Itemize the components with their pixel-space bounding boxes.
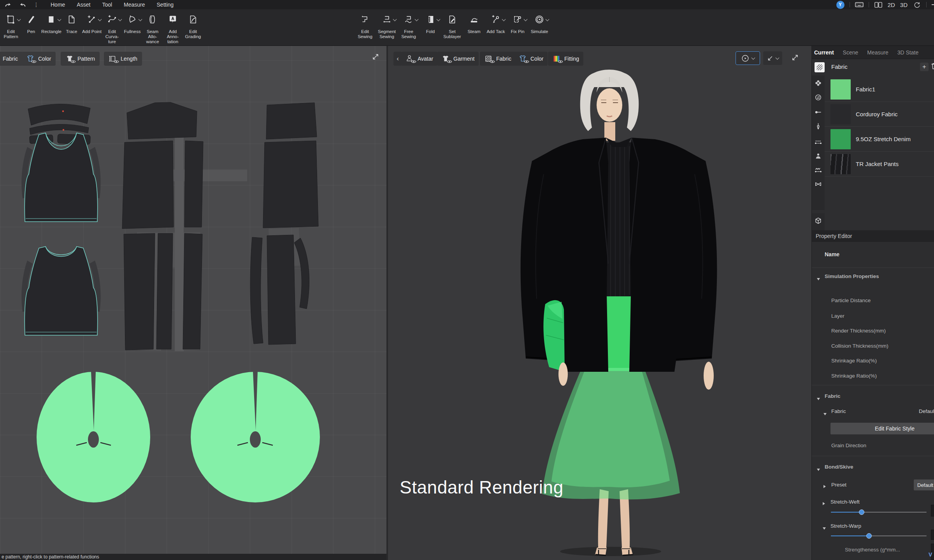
collapse-stretch-warp-icon[interactable] (823, 525, 826, 531)
fabric-row-1[interactable]: Fabric1 (825, 77, 934, 102)
tab-scene[interactable]: Scene (843, 49, 859, 56)
stretch-warp-slider[interactable] (831, 533, 927, 539)
undo-icon[interactable] (3, 1, 12, 8)
stretch-weft-label: Stretch-Weft (830, 499, 860, 505)
pattern-pieces-canvas[interactable] (0, 46, 386, 560)
edit-fabric-style-button[interactable]: Edit Fabric Style (830, 423, 934, 434)
pattern-2d-viewport[interactable]: Fabric Color Pattern Length (0, 46, 386, 560)
split-view-icon[interactable] (874, 1, 883, 8)
fabric-category-icon[interactable] (815, 62, 825, 72)
fabric-asset-icon[interactable] (815, 79, 822, 87)
add-fabric-button[interactable]: + (920, 63, 929, 71)
tape-asset-icon[interactable] (815, 180, 822, 188)
minimize-icon[interactable] (932, 4, 934, 5)
expand-stretch-weft-icon[interactable] (823, 500, 825, 506)
more-menu-icon[interactable]: ⋮ (32, 1, 40, 8)
fabric-row-4[interactable]: TR Jacket Pants (825, 152, 934, 177)
add-tack-button[interactable]: Add Tack (485, 9, 507, 46)
segment-sewing-button[interactable]: Segment Sewing (376, 9, 398, 46)
fold-button[interactable]: Fold (420, 9, 441, 46)
collapse-fabric-icon[interactable] (817, 395, 820, 401)
fabric-row-3[interactable]: 9.5OZ Stretch Denim (825, 127, 934, 152)
pattern-piece-circle-skirt-2[interactable] (191, 372, 320, 502)
stretch-weft-value-field[interactable] (931, 505, 934, 516)
preset-value-button[interactable]: Default (914, 480, 934, 490)
avatar-clutch[interactable] (543, 300, 565, 372)
fix-pin-button[interactable]: Fix Pin (507, 9, 528, 46)
user-avatar[interactable]: Y (836, 1, 844, 9)
tab-measure[interactable]: Measure (867, 49, 888, 56)
tab-3d-color[interactable]: Color (514, 52, 548, 66)
keyboard-shortcuts-icon[interactable] (855, 1, 864, 8)
steam-button[interactable]: Steam (463, 9, 485, 46)
tab-2d-pattern[interactable]: Pattern (61, 52, 100, 66)
menu-measure[interactable]: Measure (124, 2, 145, 8)
tab-3d-avatar[interactable]: Avatar (401, 52, 437, 66)
zipper-asset-icon[interactable] (815, 122, 822, 130)
add-point-button[interactable]: Add Point (82, 9, 102, 46)
menu-tool[interactable]: Tool (102, 2, 112, 8)
trace-button[interactable]: Trace (61, 9, 82, 46)
fullness-button[interactable]: Fullness (122, 9, 142, 46)
fabric-row-2[interactable]: Corduroy Fabric (825, 102, 934, 127)
seam-allowance-button[interactable]: Seam Allo- wance (142, 9, 163, 46)
delete-fabric-icon[interactable] (931, 63, 934, 71)
free-sewing-button[interactable]: Free Sewing (398, 9, 420, 46)
topstitch-asset-icon[interactable] (815, 166, 822, 174)
edit-grading-button[interactable]: Edit Grading (183, 9, 203, 46)
tool-label: Trace (61, 29, 82, 34)
tab-2d-length[interactable]: Length (104, 52, 142, 66)
tab-3d-fabric[interactable]: Fabric (480, 52, 516, 66)
viewport-3d[interactable]: ‹ Avatar Garment Fabric Color (388, 46, 811, 560)
pattern-piece-tank-front[interactable] (21, 133, 100, 222)
expand-preset-icon[interactable] (823, 483, 826, 489)
pen-button[interactable]: Pen (21, 9, 41, 46)
button-asset-icon[interactable] (815, 94, 822, 101)
pattern-piece-tank-back[interactable] (21, 247, 100, 335)
sync-icon[interactable] (913, 1, 921, 8)
segment-sewing-icon (381, 14, 393, 25)
simulate-button[interactable]: Simulate (528, 9, 550, 46)
collapse-fabric-sub-icon[interactable] (823, 410, 827, 416)
slider-thumb[interactable] (866, 533, 872, 539)
pin-asset-icon[interactable] (815, 108, 822, 116)
tab-3d-state[interactable]: 3D State (897, 49, 918, 56)
edit-sewing-button[interactable]: Edit Sewing (354, 9, 376, 46)
divider (850, 2, 850, 7)
tab-3d-fitting[interactable]: Fitting (548, 52, 583, 66)
tab-current[interactable]: Current (814, 49, 834, 56)
collapse-panel-button[interactable]: ‹ (393, 52, 402, 66)
set-sublayer-button[interactable]: Set Sublayer (441, 9, 463, 46)
animation-mode-button[interactable] (736, 51, 760, 65)
edit-pattern-button[interactable]: Edit Pattern (1, 9, 21, 46)
view-2d-button[interactable]: 2D (888, 2, 895, 8)
slider-thumb[interactable] (859, 509, 864, 515)
expand-3d-icon[interactable] (791, 54, 799, 61)
menu-setting[interactable]: Setting (157, 2, 174, 8)
avatar-hand-right (704, 362, 714, 390)
stretch-weft-slider[interactable] (831, 509, 927, 515)
stretch-warp-value-field[interactable] (931, 530, 934, 540)
tab-2d-color[interactable]: Color (21, 52, 56, 66)
prop-render-thickness: Render Thickness(mm) (831, 328, 886, 334)
pattern-piece-circle-skirt-1[interactable] (37, 372, 150, 502)
rectangle-button[interactable]: Rectangle (41, 9, 61, 46)
menu-home[interactable]: Home (51, 2, 65, 8)
tab-2d-fabric[interactable]: Fabric (0, 52, 23, 66)
view-3d-button[interactable]: 3D (900, 2, 908, 8)
pointer-mode-button[interactable] (763, 51, 782, 65)
tab-3d-garment[interactable]: Garment (437, 52, 479, 66)
add-annotation-button[interactable]: Add Anno- tation (163, 9, 183, 46)
divider (812, 268, 934, 268)
chevron-down-icon (502, 18, 506, 21)
toolbar-group-pattern: Edit Pattern Pen Rectangle Trace Add Poi… (1, 9, 203, 46)
avatar-asset-icon[interactable] (815, 152, 822, 160)
expand-2d-icon[interactable] (372, 53, 379, 61)
collapse-bond-icon[interactable] (817, 466, 820, 472)
redo-icon[interactable] (19, 1, 27, 8)
menu-asset[interactable]: Asset (77, 2, 90, 8)
collapse-simulation-icon[interactable] (817, 275, 820, 282)
stitch-asset-icon[interactable] (815, 138, 822, 146)
edit-curvature-button[interactable]: Edit Curva- ture (102, 9, 122, 46)
object-3d-asset-icon[interactable] (815, 217, 822, 224)
